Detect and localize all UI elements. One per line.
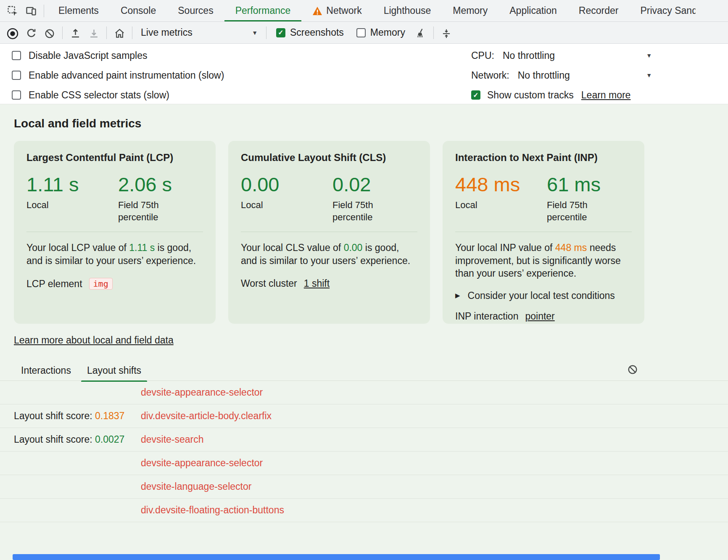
lcp-field-value: 2.06 s [118,173,203,196]
inp-interaction-link[interactable]: pointer [525,311,554,322]
device-toolbar-button[interactable] [22,2,40,20]
lcp-element-node-link[interactable]: img [89,278,113,290]
home-icon [114,28,125,39]
reload-icon [26,28,37,39]
inp-values: 448 ms Local 61 ms Field 75th percentile [455,173,632,223]
live-metrics-home-button[interactable] [110,24,129,43]
learn-more-link[interactable]: Learn more [581,90,631,101]
element-node-link[interactable]: div.devsite-article-body.clearfix [141,410,272,422]
cls-footer: Worst cluster 1 shift [241,278,417,289]
tab-elements[interactable]: Elements [47,0,110,21]
tab-memory[interactable]: Memory [442,0,499,21]
layout-shift-row[interactable]: Layout shift score: 0.1837 div.devsite-a… [0,404,728,428]
clear-log-button[interactable] [627,364,638,375]
local-test-conditions-expander[interactable]: ▶ Consider your local test conditions [455,290,632,301]
record-button[interactable] [3,24,22,43]
score-label: Layout shift score: [14,410,95,421]
save-profile-button[interactable] [84,24,103,43]
checkbox-checked-icon: ✓ [471,90,480,100]
live-metrics-view: Local and field metrics Largest Contentf… [0,104,728,560]
score-label: Layout shift score: [14,434,95,445]
lcp-description: Your local LCP value of 1.11 s is good, … [26,241,203,267]
tab-console[interactable]: Console [110,0,167,21]
collect-garbage-button[interactable] [411,24,430,43]
tab-lighthouse[interactable]: Lighthouse [373,0,442,21]
collapse-panel-button[interactable] [437,24,456,43]
chevron-down-icon: ▼ [646,53,652,58]
tab-sources[interactable]: Sources [167,0,224,21]
checkbox-unchecked-icon [12,90,21,100]
warning-icon [312,6,322,16]
tab-privacy-sandbox[interactable]: Privacy Sandbox [629,0,707,21]
tab-layout-shifts[interactable]: Layout shifts [81,363,147,381]
divider [266,26,266,39]
collapse-icon [441,28,452,39]
worst-cluster-shift-link[interactable]: 1 shift [304,278,330,289]
layout-shift-row[interactable]: Layout shift score: 0.0027 devsite-searc… [0,428,728,452]
layout-shift-row[interactable]: devsite-appearance-selector [0,381,728,404]
element-node-link[interactable]: devsite-search [141,434,204,445]
advanced-paint-setting[interactable]: Enable advanced paint instrumentation (s… [12,67,224,84]
checkmark-icon: ✓ [278,29,283,37]
show-custom-tracks-setting[interactable]: ✓ Show custom tracks Learn more [471,87,630,103]
element-node-link[interactable]: devsite-appearance-selector [141,457,263,469]
disable-js-samples-setting[interactable]: Disable JavaScript samples [12,47,148,64]
local-and-field-metrics-heading: Local and field metrics [14,117,141,130]
network-throttling-select[interactable]: Network: No throttling ▼ [471,67,652,84]
checkbox-unchecked-icon [356,28,366,37]
cpu-throttling-select[interactable]: CPU: No throttling ▼ [471,47,652,64]
tab-label: Recorder [579,5,619,16]
inp-local-label: Local [455,199,518,211]
inspect-element-button[interactable] [3,2,22,20]
css-selector-stats-setting[interactable]: Enable CSS selector stats (slow) [12,87,169,103]
tab-label: Interactions [21,365,71,376]
expander-arrow-icon: ▶ [455,292,460,299]
screenshots-checkbox[interactable]: ✓ Screenshots [276,27,344,38]
tab-application[interactable]: Application [499,0,568,21]
learn-more-local-field-link[interactable]: Learn more about local and field data [14,335,174,346]
disable-js-samples-label: Disable JavaScript samples [29,50,148,61]
inp-card: Interaction to Next Paint (INP) 448 ms L… [443,141,644,324]
cpu-label: CPU: [471,50,494,61]
tab-performance[interactable]: Performance [224,0,302,21]
clear-button[interactable] [40,24,59,43]
tab-label: Lighthouse [384,5,431,16]
score-value: 0.0027 [95,434,124,445]
lcp-inline-value: 1.11 s [129,242,155,253]
divider [26,232,203,232]
chevron-down-icon: ▼ [646,72,652,78]
layout-shift-row[interactable]: devsite-appearance-selector [0,452,728,475]
load-profile-button[interactable] [66,24,84,43]
checkmark-icon: ✓ [473,91,478,99]
layout-shift-row[interactable]: devsite-language-selector [0,475,728,499]
lcp-element-label: LCP element [26,278,82,290]
metric-cards: Largest Contentful Paint (LCP) 1.11 s Lo… [14,141,644,324]
record-and-reload-button[interactable] [22,24,40,43]
lcp-local-label: Local [26,199,90,211]
css-selector-stats-label: Enable CSS selector stats (slow) [29,90,169,101]
cls-description: Your local CLS value of 0.00 is good, an… [241,241,417,267]
memory-checkbox[interactable]: Memory [356,27,405,38]
cls-local-label: Local [241,199,304,211]
history-select[interactable]: Live metrics ▼ [141,27,258,38]
lcp-footer: LCP element img [26,278,203,290]
tab-label: Memory [453,5,488,16]
divider [433,26,434,39]
tab-interactions[interactable]: Interactions [15,363,77,381]
cpu-throttling-value: No throttling [503,50,555,61]
inp-field-label: Field 75th percentile [547,199,610,223]
inp-field-block: 61 ms Field 75th percentile [547,173,632,223]
divider [455,232,632,232]
element-node-link[interactable]: div.devsite-floating-action-buttons [141,505,284,516]
tab-label: Privacy Sandbox [640,5,696,16]
layout-shift-row[interactable]: div.devsite-floating-action-buttons [0,499,728,522]
score-value: 0.1837 [95,410,124,421]
inp-footer: INP interaction pointer [455,311,632,322]
tab-recorder[interactable]: Recorder [568,0,630,21]
divider [62,26,63,39]
description-text: Your local INP value of [455,242,555,253]
tab-network[interactable]: Network [301,0,372,21]
element-node-link[interactable]: devsite-appearance-selector [141,387,263,398]
element-node-link[interactable]: devsite-language-selector [141,481,251,492]
devtools-tab-bar: Elements Console Sources Performance Net… [0,0,728,22]
